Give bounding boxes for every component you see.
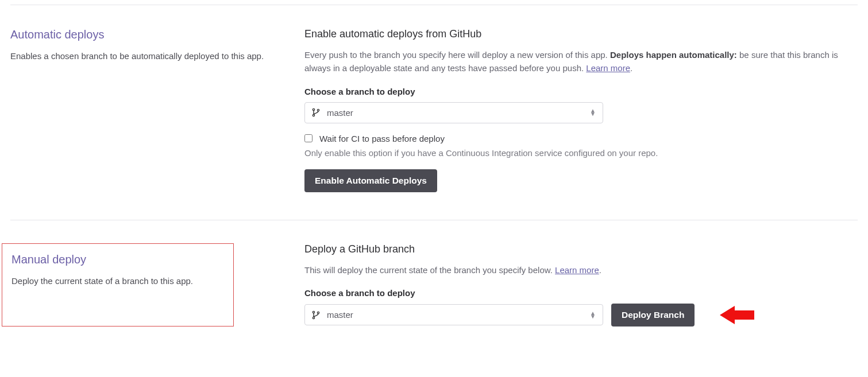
auto-choose-label: Choose a branch to deploy — [304, 87, 858, 96]
auto-body-strong: Deploys happen automatically: — [610, 50, 737, 60]
manual-right: Deploy a GitHub branch This will deploy … — [304, 243, 858, 327]
manual-branch-select[interactable]: master ▲▼ — [304, 304, 603, 325]
deploy-branch-button[interactable]: Deploy Branch — [611, 304, 695, 327]
wait-for-ci-checkbox[interactable] — [304, 134, 313, 142]
auto-title: Automatic deploys — [10, 28, 287, 41]
manual-learn-more-link[interactable]: Learn more — [555, 265, 599, 275]
manual-branch-value: master — [327, 310, 353, 320]
git-branch-icon — [312, 310, 320, 320]
automatic-deploys-section: Automatic deploys Enables a chosen branc… — [10, 28, 858, 192]
manual-body: This will deploy the current state of th… — [304, 263, 858, 277]
auto-body-1: Every push to the branch you specify her… — [304, 50, 610, 60]
svg-point-3 — [313, 311, 314, 313]
divider-mid — [10, 220, 858, 220]
ci-hint: Only enable this option if you have a Co… — [304, 148, 858, 158]
svg-point-1 — [313, 114, 314, 116]
annotation-arrow-icon — [720, 305, 754, 325]
manual-left-highlight: Manual deploy Deploy the current state o… — [2, 243, 234, 327]
manual-choose-label: Choose a branch to deploy — [304, 288, 858, 298]
manual-heading: Deploy a GitHub branch — [304, 243, 858, 255]
enable-automatic-deploys-button[interactable]: Enable Automatic Deploys — [304, 169, 437, 192]
svg-point-2 — [317, 109, 319, 111]
divider-top — [10, 5, 858, 5]
manual-deploy-section: Manual deploy Deploy the current state o… — [10, 243, 858, 327]
svg-point-0 — [313, 108, 314, 110]
wait-for-ci-label: Wait for CI to pass before deploy — [319, 134, 445, 143]
auto-desc: Enables a chosen branch to be automatica… — [10, 49, 287, 63]
auto-learn-more-link[interactable]: Learn more — [586, 63, 630, 73]
chevron-updown-icon: ▲▼ — [590, 109, 596, 116]
auto-body: Every push to the branch you specify her… — [304, 48, 858, 75]
manual-body-text: This will deploy the current state of th… — [304, 265, 555, 275]
manual-title: Manual deploy — [11, 253, 224, 266]
auto-branch-select[interactable]: master ▲▼ — [304, 102, 603, 123]
auto-heading: Enable automatic deploys from GitHub — [304, 28, 858, 40]
svg-marker-6 — [720, 306, 754, 324]
svg-point-5 — [317, 312, 319, 313]
svg-point-4 — [313, 317, 314, 318]
git-branch-icon — [312, 108, 320, 117]
manual-desc: Deploy the current state of a branch to … — [11, 274, 224, 287]
chevron-updown-icon: ▲▼ — [590, 312, 596, 318]
auto-left: Automatic deploys Enables a chosen branc… — [10, 28, 304, 192]
auto-branch-value: master — [327, 108, 353, 118]
auto-right: Enable automatic deploys from GitHub Eve… — [304, 28, 858, 192]
